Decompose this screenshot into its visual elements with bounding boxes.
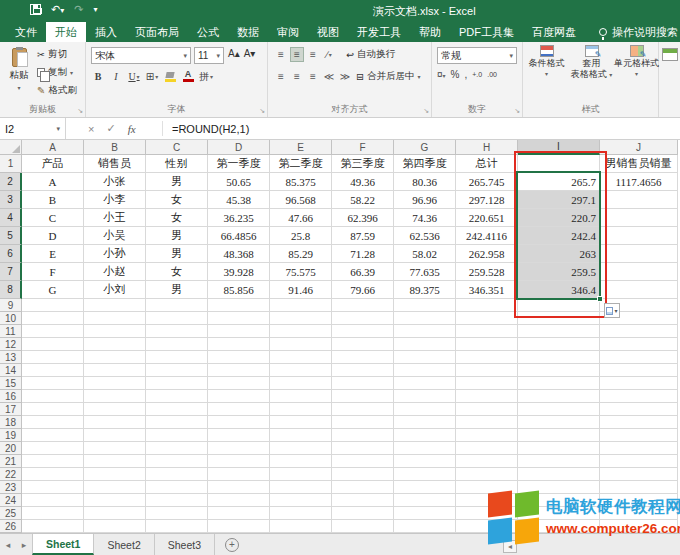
cell-F21[interactable] [332, 455, 394, 468]
cell-B11[interactable] [84, 325, 146, 338]
fill-handle[interactable] [597, 296, 603, 302]
cell-C9[interactable] [146, 299, 208, 312]
cell-E13[interactable] [270, 351, 332, 364]
orientation-button[interactable]: ∕▾ [322, 47, 336, 62]
cell-A20[interactable] [22, 442, 84, 455]
cell-H16[interactable] [456, 390, 518, 403]
row-header-23[interactable]: 23 [0, 481, 22, 494]
cell-F15[interactable] [332, 377, 394, 390]
cell-D13[interactable] [208, 351, 270, 364]
cell-B24[interactable] [84, 494, 146, 507]
cell-G1[interactable]: 第四季度 [394, 155, 456, 173]
cell-E23[interactable] [270, 481, 332, 494]
increase-indent-button[interactable]: ≫ [338, 69, 352, 84]
cell-E1[interactable]: 第二季度 [270, 155, 332, 173]
select-all-corner[interactable] [0, 140, 22, 155]
row-header-14[interactable]: 14 [0, 364, 22, 377]
cell-I8[interactable]: 346.4 [518, 281, 600, 299]
column-header-H[interactable]: H [456, 140, 518, 155]
cell-G20[interactable] [394, 442, 456, 455]
ribbon-tab-data[interactable]: 数据 [228, 22, 268, 42]
cell-B15[interactable] [84, 377, 146, 390]
grow-font-button[interactable]: A▴ [228, 48, 240, 59]
copy-button[interactable]: 复制 ▾ [37, 66, 73, 79]
cell-D5[interactable]: 66.4856 [208, 227, 270, 245]
cell-D20[interactable] [208, 442, 270, 455]
cell-F11[interactable] [332, 325, 394, 338]
bold-button[interactable]: B [91, 69, 105, 84]
cell-G19[interactable] [394, 429, 456, 442]
cell-C7[interactable]: 女 [146, 263, 208, 281]
cell-E17[interactable] [270, 403, 332, 416]
cell-D21[interactable] [208, 455, 270, 468]
font-dialog-launcher[interactable]: ↘ [259, 107, 265, 115]
cell-I4[interactable]: 220.7 [518, 209, 600, 227]
cell-G6[interactable]: 58.02 [394, 245, 456, 263]
sheet-nav-right-icon[interactable]: ▸ [16, 534, 32, 555]
cell-H12[interactable] [456, 338, 518, 351]
cell-C24[interactable] [146, 494, 208, 507]
cell-I11[interactable] [518, 325, 600, 338]
new-sheet-button[interactable]: + [225, 538, 239, 552]
align-top-button[interactable]: ≡ [274, 47, 288, 62]
cell-A21[interactable] [22, 455, 84, 468]
cell-G5[interactable]: 62.536 [394, 227, 456, 245]
ribbon-tab-file[interactable]: 文件 [6, 22, 46, 42]
cell-G14[interactable] [394, 364, 456, 377]
cell-A4[interactable]: C [22, 209, 84, 227]
cell-A18[interactable] [22, 416, 84, 429]
cell-F5[interactable]: 87.59 [332, 227, 394, 245]
cell-E20[interactable] [270, 442, 332, 455]
cell-E12[interactable] [270, 338, 332, 351]
cell-D12[interactable] [208, 338, 270, 351]
cell-I7[interactable]: 259.5 [518, 263, 600, 281]
cell-B12[interactable] [84, 338, 146, 351]
cell-D10[interactable] [208, 312, 270, 325]
cell-J14[interactable] [600, 364, 678, 377]
cell-A11[interactable] [22, 325, 84, 338]
cell-E7[interactable]: 75.575 [270, 263, 332, 281]
ribbon-tab-developer[interactable]: 开发工具 [348, 22, 410, 42]
name-box[interactable]: I2▾ [0, 118, 66, 139]
cell-C14[interactable] [146, 364, 208, 377]
cell-H19[interactable] [456, 429, 518, 442]
cell-C8[interactable]: 男 [146, 281, 208, 299]
cell-J22[interactable] [600, 468, 678, 481]
cell-D24[interactable] [208, 494, 270, 507]
cell-J4[interactable] [600, 209, 678, 227]
column-header-F[interactable]: F [332, 140, 394, 155]
align-right-button[interactable]: ≡ [306, 69, 320, 84]
cell-H17[interactable] [456, 403, 518, 416]
cut-button[interactable]: ✂ 剪切 [37, 48, 67, 61]
cell-F6[interactable]: 71.28 [332, 245, 394, 263]
cell-D25[interactable] [208, 507, 270, 520]
column-header-A[interactable]: A [22, 140, 84, 155]
row-header-24[interactable]: 24 [0, 494, 22, 507]
cell-F7[interactable]: 66.39 [332, 263, 394, 281]
cell-G15[interactable] [394, 377, 456, 390]
cell-I16[interactable] [518, 390, 600, 403]
cell-C23[interactable] [146, 481, 208, 494]
cell-C2[interactable]: 男 [146, 173, 208, 191]
cell-D23[interactable] [208, 481, 270, 494]
cell-J11[interactable] [600, 325, 678, 338]
conditional-formatting-button[interactable]: 条件格式 ▾ [524, 45, 569, 79]
cell-F17[interactable] [332, 403, 394, 416]
cell-C17[interactable] [146, 403, 208, 416]
cell-I19[interactable] [518, 429, 600, 442]
cell-I14[interactable] [518, 364, 600, 377]
cell-D22[interactable] [208, 468, 270, 481]
cell-G17[interactable] [394, 403, 456, 416]
cell-F14[interactable] [332, 364, 394, 377]
cell-E2[interactable]: 85.375 [270, 173, 332, 191]
cell-F24[interactable] [332, 494, 394, 507]
cell-J15[interactable] [600, 377, 678, 390]
cell-E25[interactable] [270, 507, 332, 520]
cell-G3[interactable]: 96.96 [394, 191, 456, 209]
cell-E3[interactable]: 96.568 [270, 191, 332, 209]
cell-H13[interactable] [456, 351, 518, 364]
ribbon-tab-pdf-tools[interactable]: PDF工具集 [450, 22, 523, 42]
cell-D15[interactable] [208, 377, 270, 390]
cell-H14[interactable] [456, 364, 518, 377]
cell-I5[interactable]: 242.4 [518, 227, 600, 245]
